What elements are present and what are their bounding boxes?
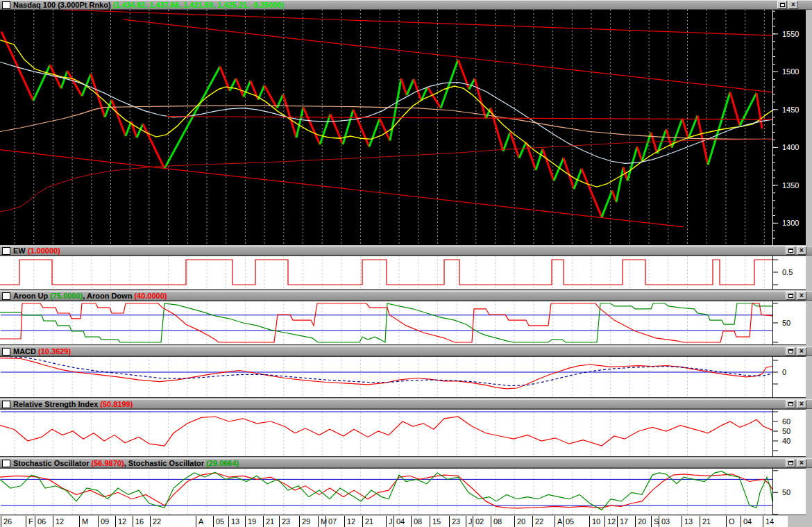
date-tick-label: 04 <box>396 517 405 526</box>
date-tick-label: 02 <box>475 517 484 526</box>
aroon-panel-titlebar[interactable]: Aroon Up (75.0000), Aroon Down (40.0000)… <box>0 291 812 301</box>
date-tick-label: 12 <box>118 517 126 526</box>
window-menu-icon[interactable] <box>2 348 10 355</box>
stoch-panel-titlebar[interactable]: Stochastic Oscillator (56.9870), Stochas… <box>0 458 812 468</box>
y-axis-label: 1500 <box>782 67 799 76</box>
date-tick-label: A <box>198 517 204 526</box>
title-segment: , Aroon Down <box>83 292 134 300</box>
date-tick-label: J <box>389 517 393 526</box>
date-tick-label: 20 <box>638 517 646 526</box>
rsi-panel-titlebar[interactable]: Relative Strength Index (50.8199) × <box>0 399 812 409</box>
date-tick-label: 19 <box>248 517 256 526</box>
close-icon[interactable]: × <box>797 459 806 467</box>
title-segment: (1.00000) <box>28 246 60 255</box>
aroon-indicator-plot: 50 <box>0 301 812 345</box>
date-tick-label: 12 <box>56 517 64 526</box>
y-axis-label: 50 <box>782 319 790 327</box>
date-tick-label: 05 <box>566 517 574 526</box>
metastock-chart-window: Nasdaq 100 (3.000Pt Rnko) (1,434.92, 1,4… <box>0 0 812 527</box>
date-axis: 26F0612M09121622A051319212329M071221J040… <box>0 516 812 527</box>
date-tick-label: 10 <box>592 517 600 526</box>
restore-icon[interactable] <box>786 246 795 255</box>
restore-icon[interactable] <box>786 292 795 300</box>
date-tick-label: F <box>28 517 33 526</box>
y-axis-label: 1350 <box>782 181 799 190</box>
macd-indicator-plot: 0 <box>0 356 812 398</box>
y-axis-label: 0.5 <box>782 268 793 276</box>
date-tick-label: 09 <box>101 517 109 526</box>
close-icon[interactable]: × <box>797 246 806 255</box>
rsi-panel-window-buttons: × <box>784 400 806 409</box>
date-axis-canvas: 26F0612M09121622A051319212329M071221J040… <box>0 516 812 527</box>
date-tick-label: 22 <box>535 517 543 526</box>
date-tick-label: 26 <box>3 517 12 526</box>
close-icon[interactable]: × <box>797 292 806 300</box>
window-menu-icon[interactable] <box>2 401 10 408</box>
window-menu-icon[interactable] <box>2 1 10 9</box>
aroon-panel-window-buttons: × <box>784 292 806 301</box>
ew-panel-titlebar[interactable]: EW (1.00000) × <box>0 246 812 256</box>
date-tick-label: 08 <box>414 517 422 526</box>
title-segment: , Stochastic Oscillator <box>124 459 207 467</box>
window-menu-icon[interactable] <box>2 247 10 255</box>
date-tick-label: 05 <box>216 517 224 526</box>
title-segment: MACD <box>13 347 38 355</box>
window-menu-icon[interactable] <box>2 460 10 467</box>
price-panel-titlebar[interactable]: Nasdaq 100 (3.000Pt Rnko) (1,434.92, 1,4… <box>0 0 812 10</box>
title-segment: (50.8199) <box>100 400 133 408</box>
panel-canvas: 155015001450140013501300 <box>0 10 812 245</box>
rsi-indicator-plot: 605040 <box>0 409 812 457</box>
close-icon[interactable]: × <box>797 347 806 355</box>
stoch-indicator-plot: 50 <box>0 468 812 515</box>
date-tick-label: 06 <box>37 517 46 526</box>
rsi-panel-title: Relative Strength Index (50.8199) <box>13 400 133 409</box>
date-tick-label: 15 <box>432 517 441 526</box>
date-tick-label: 21 <box>702 517 711 526</box>
title-segment: EW <box>13 246 28 255</box>
date-tick-label: 13 <box>684 517 693 526</box>
date-tick-label: S <box>654 517 659 526</box>
restore-icon[interactable] <box>786 347 795 355</box>
date-tick-label: 29 <box>302 517 310 526</box>
date-tick-label: 14 <box>766 517 774 526</box>
date-tick-label: A <box>557 517 563 526</box>
y-axis-label: 40 <box>782 437 790 445</box>
date-tick-label: 08 <box>493 517 502 526</box>
title-segment: Nasdaq 100 (3.000Pt Rnko) <box>13 1 113 9</box>
y-axis-label: 1450 <box>782 106 799 114</box>
title-segment: (56.9870) <box>91 459 124 467</box>
date-tick-label: 07 <box>328 517 337 526</box>
aroon-panel-title: Aroon Up (75.0000), Aroon Down (40.0000) <box>13 292 167 301</box>
date-tick-label: 03 <box>661 517 670 526</box>
date-tick-label: 12 <box>607 517 616 526</box>
y-axis-label: 50 <box>782 488 790 496</box>
y-axis-label: 50 <box>782 427 790 435</box>
macd-panel-window-buttons: × <box>784 347 806 356</box>
y-axis-label: 1400 <box>782 143 799 151</box>
restore-icon[interactable] <box>777 1 787 9</box>
title-segment: (29.0664) <box>206 459 239 467</box>
date-tick-label: 12 <box>347 517 355 526</box>
title-segment: (40.0000) <box>134 292 167 300</box>
date-tick-label: 16 <box>135 517 144 526</box>
date-tick-label: O <box>729 517 735 526</box>
title-segment: Stochastic Oscillator <box>13 459 91 467</box>
price-panel-window-buttons: × <box>776 1 798 10</box>
date-tick-label: 21 <box>365 517 373 526</box>
restore-icon[interactable] <box>786 400 795 408</box>
ew-panel-title: EW (1.00000) <box>13 246 60 256</box>
title-segment: (1,434.92, 1,437.66, 1,421.59, 1,425.21,… <box>113 1 284 9</box>
date-tick-label: M <box>82 517 88 526</box>
close-icon[interactable]: × <box>788 1 798 9</box>
window-menu-icon[interactable] <box>2 292 10 300</box>
macd-panel-title: MACD (10.3629) <box>13 347 71 356</box>
price-chart-plot: 155015001450140013501300 <box>0 10 812 245</box>
close-icon[interactable]: × <box>797 400 806 408</box>
ew-indicator-plot: 0.5 <box>0 256 812 290</box>
y-axis-label: 1550 <box>782 30 799 38</box>
restore-icon[interactable] <box>786 459 795 467</box>
date-tick-label: 13 <box>231 517 239 526</box>
y-axis-label: 1300 <box>782 219 799 227</box>
date-tick-label: 17 <box>620 517 628 526</box>
macd-panel-titlebar[interactable]: MACD (10.3629) × <box>0 346 812 356</box>
